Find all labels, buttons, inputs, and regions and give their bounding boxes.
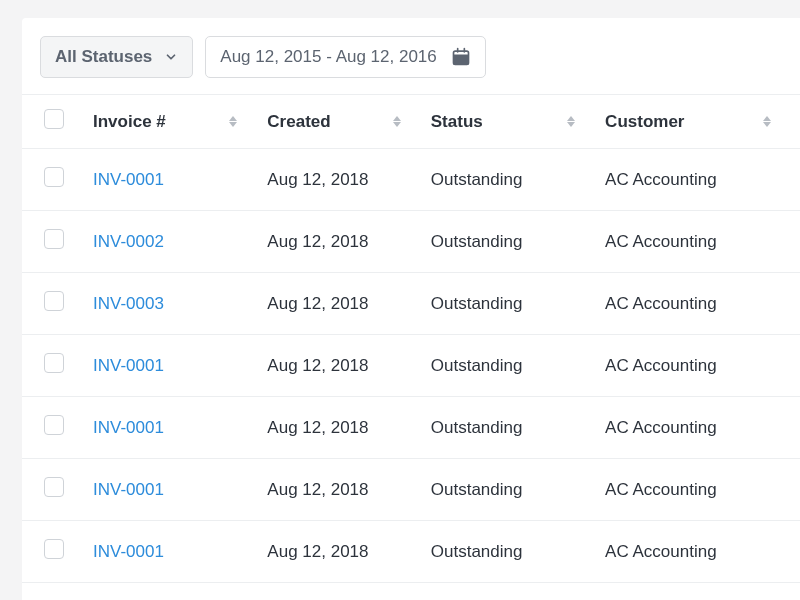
cell-status: Outstanding [421,583,595,601]
column-header-created[interactable]: Created [257,95,420,149]
row-checkbox[interactable] [44,291,64,311]
column-header-status[interactable]: Status [421,95,595,149]
date-range-label: Aug 12, 2015 - Aug 12, 2016 [220,47,436,67]
cell-created: Aug 12, 2018 [257,583,420,601]
sort-icon [229,116,237,127]
table-row: INV-0001Aug 12, 2018OutstandingAC Accoun… [22,149,800,211]
column-label: Created [267,112,330,132]
chevron-down-icon [164,50,178,64]
cell-created: Aug 12, 2018 [257,273,420,335]
table-row: INV-0001Aug 12, 2018OutstandingAC Accoun… [22,335,800,397]
sort-icon [763,116,771,127]
cell-due: Sept 12 [791,273,800,335]
row-checkbox[interactable] [44,415,64,435]
row-checkbox[interactable] [44,477,64,497]
table-row: INV-0001Aug 12, 2018OutstandingAC Accoun… [22,583,800,601]
cell-customer: AC Accounting [595,273,791,335]
select-all-checkbox[interactable] [44,109,64,129]
invoice-table: Invoice # Created Status [22,94,800,600]
column-header-due[interactable]: Due [791,95,800,149]
invoice-panel: All Statuses Aug 12, 2015 - Aug 12, 2016… [22,18,800,600]
cell-customer: AC Accounting [595,211,791,273]
cell-due: Sept 12 [791,149,800,211]
cell-created: Aug 12, 2018 [257,211,420,273]
column-header-invoice[interactable]: Invoice # [83,95,257,149]
cell-status: Outstanding [421,397,595,459]
table-row: INV-0003Aug 12, 2018OutstandingAC Accoun… [22,273,800,335]
invoice-link[interactable]: INV-0003 [93,294,164,313]
cell-status: Outstanding [421,521,595,583]
invoice-link[interactable]: INV-0001 [93,170,164,189]
table-row: INV-0001Aug 12, 2018OutstandingAC Accoun… [22,397,800,459]
cell-created: Aug 12, 2018 [257,397,420,459]
sort-icon [567,116,575,127]
cell-customer: AC Accounting [595,459,791,521]
table-row: INV-0001Aug 12, 2018OutstandingAC Accoun… [22,521,800,583]
column-label: Invoice # [93,112,166,132]
cell-status: Outstanding [421,211,595,273]
cell-due: Sept 12 [791,521,800,583]
row-checkbox[interactable] [44,353,64,373]
row-checkbox[interactable] [44,229,64,249]
cell-customer: AC Accounting [595,335,791,397]
column-header-customer[interactable]: Customer [595,95,791,149]
filter-bar: All Statuses Aug 12, 2015 - Aug 12, 2016 [22,18,800,94]
status-filter-dropdown[interactable]: All Statuses [40,36,193,78]
invoice-link[interactable]: INV-0002 [93,232,164,251]
invoice-link[interactable]: INV-0001 [93,542,164,561]
invoice-link[interactable]: INV-0001 [93,356,164,375]
cell-created: Aug 12, 2018 [257,521,420,583]
date-range-picker[interactable]: Aug 12, 2015 - Aug 12, 2016 [205,36,485,78]
cell-due: Sept 12 [791,397,800,459]
table-row: INV-0001Aug 12, 2018OutstandingAC Accoun… [22,459,800,521]
cell-created: Aug 12, 2018 [257,335,420,397]
invoice-link[interactable]: INV-0001 [93,480,164,499]
cell-status: Outstanding [421,459,595,521]
invoice-link[interactable]: INV-0001 [93,418,164,437]
sort-icon [393,116,401,127]
cell-status: Outstanding [421,335,595,397]
row-checkbox[interactable] [44,167,64,187]
column-label: Status [431,112,483,132]
cell-customer: AC Accounting [595,397,791,459]
column-label: Customer [605,112,684,132]
cell-created: Aug 12, 2018 [257,459,420,521]
table-header-row: Invoice # Created Status [22,95,800,149]
calendar-icon [451,47,471,67]
cell-customer: AC Accounting [595,521,791,583]
svg-rect-1 [453,55,468,65]
cell-created: Aug 12, 2018 [257,149,420,211]
cell-customer: AC Accounting [595,583,791,601]
status-filter-label: All Statuses [55,47,152,67]
cell-customer: AC Accounting [595,149,791,211]
cell-status: Outstanding [421,273,595,335]
cell-due: Sept 12 [791,583,800,601]
cell-due: Sept 12 [791,459,800,521]
cell-due: Sept 12 [791,211,800,273]
row-checkbox[interactable] [44,539,64,559]
cell-status: Outstanding [421,149,595,211]
table-row: INV-0002Aug 12, 2018OutstandingAC Accoun… [22,211,800,273]
cell-due: Sept 12 [791,335,800,397]
